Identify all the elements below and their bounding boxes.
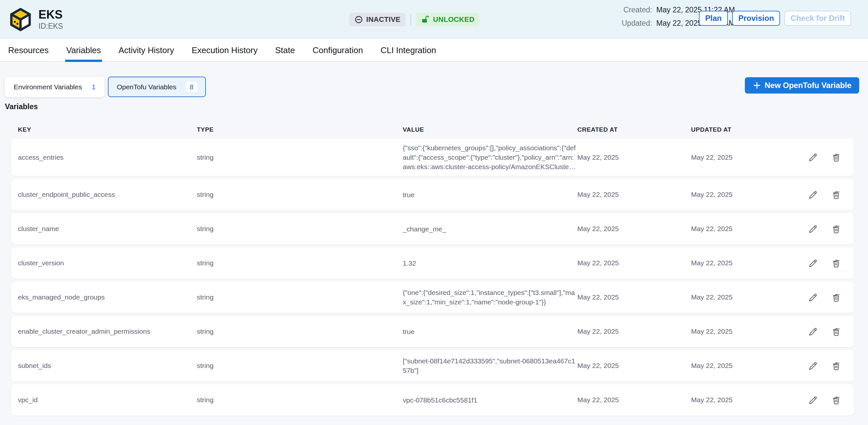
header-action-buttons: Plan Provision Check for Drift <box>699 11 851 26</box>
variable-created-at: May 22, 2025 <box>577 259 691 267</box>
variables-table-header: KEYTYPEVALUECREATED ATUPDATED AT <box>11 126 854 133</box>
tab-execution-history[interactable]: Execution History <box>192 39 257 61</box>
table-row-cluster_name: cluster_name string _change_me_ May 22, … <box>11 213 854 244</box>
tab-configuration[interactable]: Configuration <box>312 39 363 61</box>
trash-icon <box>831 152 841 162</box>
tab-bar: ResourcesVariablesActivity HistoryExecut… <box>0 39 868 62</box>
variable-type: string <box>197 328 403 335</box>
delete-variable-button[interactable] <box>831 152 841 162</box>
column-header-created-at: CREATED AT <box>577 126 691 133</box>
created-label: Created: <box>623 5 652 14</box>
edit-variable-button[interactable] <box>808 190 818 200</box>
variables-section-label: Variables <box>5 102 859 111</box>
table-row-access_entries: access_entries string {"sso":{"kubernete… <box>11 139 854 176</box>
variable-key: access_entries <box>18 153 197 161</box>
variable-type: string <box>197 396 403 404</box>
variable-updated-at: May 22, 2025 <box>691 396 799 404</box>
minus-circle-icon <box>354 15 363 24</box>
delete-variable-button[interactable] <box>831 224 841 234</box>
pencil-icon <box>808 152 818 162</box>
pencil-icon <box>808 361 818 371</box>
variable-updated-at: May 22, 2025 <box>691 328 799 335</box>
variable-key: cluster_version <box>18 259 197 267</box>
tab-cli-integration[interactable]: CLI Integration <box>380 39 436 61</box>
variable-updated-at: May 22, 2025 <box>691 225 799 233</box>
row-actions <box>799 292 847 302</box>
variable-updated-at: May 22, 2025 <box>691 191 799 199</box>
variable-value: _change_me_ <box>403 224 577 234</box>
edit-variable-button[interactable] <box>808 292 818 302</box>
pencil-icon <box>808 258 818 268</box>
edit-variable-button[interactable] <box>808 258 818 268</box>
trash-icon <box>831 224 841 234</box>
provision-button[interactable]: Provision <box>732 11 780 26</box>
variable-created-at: May 22, 2025 <box>577 225 691 233</box>
edit-variable-button[interactable] <box>808 224 818 234</box>
table-row-eks_managed_node_groups: eks_managed_node_groups string {"one":{"… <box>11 282 854 313</box>
subtab-opentofu-variables[interactable]: OpenTofu Variables 8 <box>108 77 206 97</box>
lock-status-badge: UNLOCKED <box>416 13 479 26</box>
pencil-icon <box>808 190 818 200</box>
variable-type: string <box>197 362 403 370</box>
delete-variable-button[interactable] <box>831 190 841 200</box>
column-header-updated-at: UPDATED AT <box>691 126 799 133</box>
subtab-environment-variables[interactable]: Environment Variables 1 <box>5 77 104 97</box>
row-actions <box>799 327 847 337</box>
row-actions <box>799 395 847 405</box>
variable-type: string <box>197 191 403 199</box>
variables-page: Environment Variables 1 OpenTofu Variabl… <box>0 62 868 416</box>
lock-status-label: UNLOCKED <box>433 16 474 23</box>
variable-key: subnet_ids <box>18 362 197 370</box>
subtab-environment-label: Environment Variables <box>14 83 82 91</box>
delete-variable-button[interactable] <box>831 258 841 268</box>
variable-key: cluster_name <box>18 225 197 233</box>
variable-created-at: May 22, 2025 <box>577 396 691 404</box>
delete-variable-button[interactable] <box>831 327 841 337</box>
table-row-enable_cluster_creator_admin_permissions: enable_cluster_creator_admin_permissions… <box>11 316 854 347</box>
delete-variable-button[interactable] <box>831 361 841 371</box>
variable-type: string <box>197 225 403 233</box>
delete-variable-button[interactable] <box>831 395 841 405</box>
edit-variable-button[interactable] <box>808 327 818 337</box>
tab-activity-history[interactable]: Activity History <box>119 39 174 61</box>
variable-created-at: May 22, 2025 <box>577 153 691 161</box>
unlock-icon <box>421 15 430 24</box>
trash-icon <box>831 361 841 371</box>
variable-type-switcher: Environment Variables 1 OpenTofu Variabl… <box>5 77 859 97</box>
variable-updated-at: May 22, 2025 <box>691 259 799 267</box>
trash-icon <box>831 395 841 405</box>
edit-variable-button[interactable] <box>808 152 818 162</box>
variable-updated-at: May 22, 2025 <box>691 153 799 161</box>
column-header-value: VALUE <box>403 126 577 133</box>
trash-icon <box>831 258 841 268</box>
edit-variable-button[interactable] <box>808 361 818 371</box>
status-badges: INACTIVE UNLOCKED <box>349 13 479 26</box>
status-badge-label: INACTIVE <box>366 16 400 23</box>
variables-table: access_entries string {"sso":{"kubernete… <box>11 139 854 416</box>
variable-created-at: May 22, 2025 <box>577 328 691 335</box>
variable-key: cluster_endpoint_public_access <box>18 191 197 199</box>
new-opentofu-variable-button[interactable]: New OpenTofu Variable <box>745 77 859 94</box>
tab-state[interactable]: State <box>275 39 295 61</box>
tab-variables[interactable]: Variables <box>66 39 101 61</box>
variable-created-at: May 22, 2025 <box>577 362 691 370</box>
badge-divider <box>410 14 411 25</box>
pencil-icon <box>808 327 818 337</box>
status-badge-inactive: INACTIVE <box>349 13 406 26</box>
variable-value: vpc-078b51c6cbc5581f1 <box>403 395 577 405</box>
variable-value: true <box>403 327 577 336</box>
check-for-drift-button[interactable]: Check for Drift <box>784 11 851 26</box>
tab-resources[interactable]: Resources <box>8 39 49 61</box>
variable-value: {"sso":{"kubernetes_groups":[],"policy_a… <box>403 143 577 172</box>
plan-button[interactable]: Plan <box>699 11 728 26</box>
row-actions <box>799 258 847 268</box>
trash-icon <box>831 327 841 337</box>
variable-key: vpc_id <box>18 396 197 404</box>
subtab-opentofu-label: OpenTofu Variables <box>117 83 176 91</box>
subtab-opentofu-count: 8 <box>186 82 197 92</box>
variable-value: 1.32 <box>403 259 577 268</box>
table-row-cluster_version: cluster_version string 1.32 May 22, 2025… <box>11 247 854 279</box>
plus-icon <box>753 81 761 90</box>
edit-variable-button[interactable] <box>808 395 818 405</box>
delete-variable-button[interactable] <box>831 292 841 302</box>
